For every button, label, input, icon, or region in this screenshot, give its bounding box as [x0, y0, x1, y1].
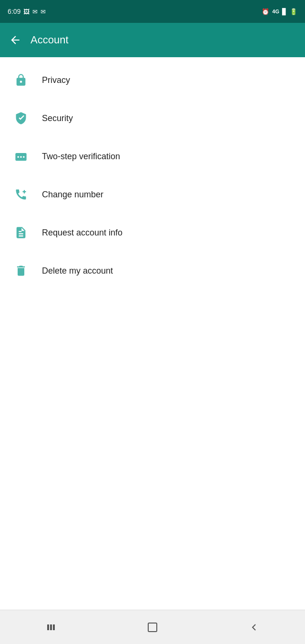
- svg-rect-4: [47, 624, 49, 630]
- privacy-label: Privacy: [42, 75, 70, 85]
- two-step-icon: [11, 147, 30, 166]
- svg-point-1: [17, 156, 19, 158]
- svg-point-2: [20, 156, 22, 158]
- change-number-icon: [11, 185, 30, 204]
- change-number-label: Change number: [42, 190, 103, 200]
- mail2-icon: ✉: [41, 8, 46, 15]
- network-label: 4G: [272, 9, 279, 14]
- alarm-icon: ⏰: [262, 8, 269, 15]
- security-icon: [11, 109, 30, 128]
- svg-rect-7: [148, 623, 157, 632]
- delete-account-icon: [11, 261, 30, 280]
- back-button[interactable]: [8, 32, 23, 48]
- back-nav-button[interactable]: [242, 615, 266, 639]
- content-spacer: [0, 452, 305, 610]
- menu-list: Privacy Security Two-step verification: [0, 57, 305, 452]
- mail-icon: ✉: [32, 8, 38, 15]
- status-left: 6:09 🖼 ✉ ✉: [8, 8, 46, 15]
- battery-icon: 🔋: [290, 8, 297, 15]
- toolbar: Account: [0, 23, 305, 57]
- menu-item-security[interactable]: Security: [0, 99, 305, 137]
- svg-point-3: [23, 156, 25, 158]
- home-button[interactable]: [141, 615, 164, 639]
- signal-icon: ▊: [282, 8, 287, 15]
- status-right: ⏰ 4G ▊ 🔋: [262, 8, 297, 15]
- menu-item-change-number[interactable]: Change number: [0, 175, 305, 214]
- two-step-label: Two-step verification: [42, 152, 120, 162]
- privacy-icon: [11, 71, 30, 90]
- menu-item-two-step[interactable]: Two-step verification: [0, 137, 305, 175]
- status-time: 6:09: [8, 8, 20, 15]
- svg-rect-5: [50, 624, 52, 630]
- page-title: Account: [30, 34, 69, 46]
- request-info-icon: [11, 223, 30, 242]
- gallery-icon: 🖼: [23, 8, 30, 15]
- delete-account-label: Delete my account: [42, 266, 113, 276]
- request-info-label: Request account info: [42, 228, 122, 238]
- menu-item-request-info[interactable]: Request account info: [0, 214, 305, 252]
- recent-apps-button[interactable]: [39, 615, 63, 639]
- menu-item-delete-account[interactable]: Delete my account: [0, 252, 305, 290]
- svg-rect-6: [53, 624, 55, 630]
- bottom-nav: [0, 610, 305, 644]
- security-label: Security: [42, 113, 73, 123]
- menu-item-privacy[interactable]: Privacy: [0, 61, 305, 99]
- status-bar: 6:09 🖼 ✉ ✉ ⏰ 4G ▊ 🔋: [0, 0, 305, 23]
